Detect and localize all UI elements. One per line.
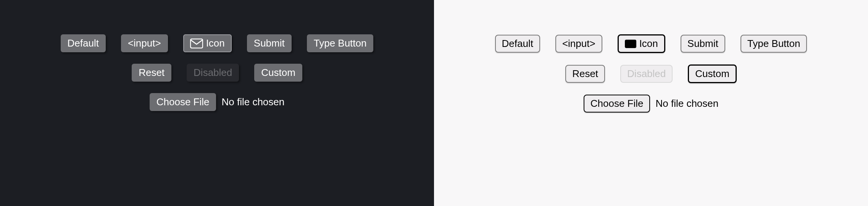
type-button[interactable]: Type Button [741, 35, 807, 53]
disabled-button: Disabled [187, 64, 239, 82]
type-button[interactable]: Type Button [307, 34, 374, 52]
dark-theme-panel: Default <input> Icon Submit Type Button … [0, 0, 434, 206]
choose-file-button[interactable]: Choose File [150, 93, 216, 111]
input-button[interactable]: <input> [555, 35, 602, 53]
icon-button[interactable]: Icon [183, 34, 232, 52]
light-theme-panel: Default <input> Icon Submit Type Button … [434, 0, 868, 206]
default-button[interactable]: Default [61, 34, 106, 52]
submit-button[interactable]: Submit [681, 35, 725, 53]
file-status-text: No file chosen [221, 96, 284, 108]
button-row-3: Choose File No file chosen [584, 95, 719, 113]
icon-button[interactable]: Icon [618, 34, 665, 53]
file-input-row: Choose File No file chosen [150, 93, 285, 111]
svg-rect-0 [190, 39, 203, 48]
reset-button[interactable]: Reset [565, 65, 605, 83]
button-row-2: Reset Disabled Custom [565, 64, 737, 83]
file-input-row: Choose File No file chosen [584, 95, 719, 113]
button-row-1: Default <input> Icon Submit Type Button [61, 34, 374, 52]
custom-button[interactable]: Custom [688, 64, 737, 83]
input-button[interactable]: <input> [121, 34, 168, 52]
button-row-3: Choose File No file chosen [150, 93, 285, 111]
default-button[interactable]: Default [495, 35, 540, 53]
custom-button[interactable]: Custom [254, 64, 302, 82]
rectangle-icon [625, 40, 636, 48]
mail-icon [190, 39, 203, 48]
icon-button-label: Icon [639, 38, 658, 50]
reset-button[interactable]: Reset [132, 64, 171, 82]
icon-button-label: Icon [206, 37, 225, 49]
button-row-2: Reset Disabled Custom [132, 64, 302, 82]
choose-file-button[interactable]: Choose File [584, 95, 650, 113]
file-status-text: No file chosen [655, 98, 718, 109]
button-row-1: Default <input> Icon Submit Type Button [495, 34, 807, 53]
disabled-button: Disabled [620, 65, 673, 83]
submit-button[interactable]: Submit [247, 34, 292, 52]
